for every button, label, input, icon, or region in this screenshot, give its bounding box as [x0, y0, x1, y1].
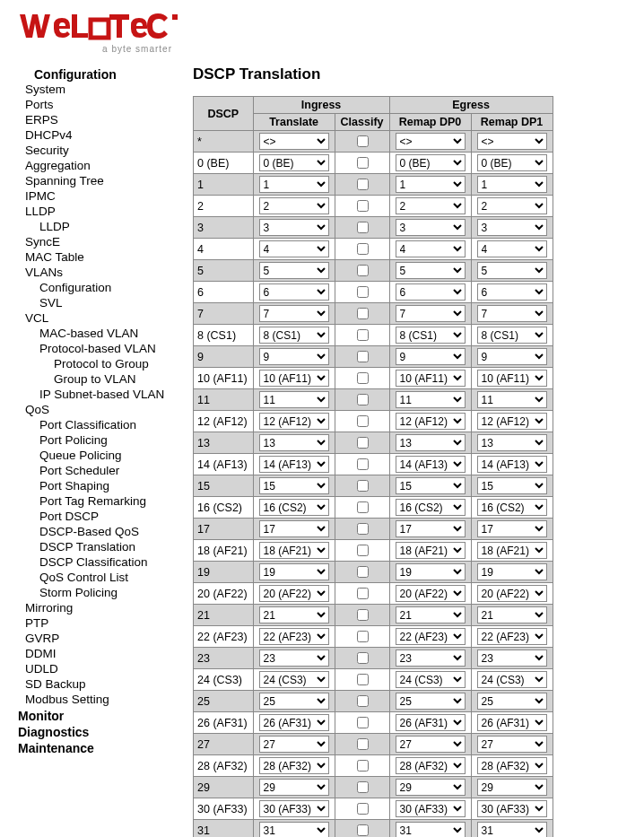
nav-qos-queue-policing[interactable]: Queue Policing [9, 448, 177, 463]
remap-dp0-select[interactable]: 7 [396, 305, 466, 322]
classify-checkbox[interactable] [357, 652, 369, 664]
nav-vcl[interactable]: VCL [9, 310, 177, 326]
nav-ddmi[interactable]: DDMI [9, 646, 177, 661]
nav-qos-port-scheduler[interactable]: Port Scheduler [9, 463, 177, 478]
translate-select[interactable]: 3 [259, 219, 329, 236]
remap-dp1-select[interactable]: 1 [477, 176, 547, 193]
nav-mirroring[interactable]: Mirroring [9, 600, 177, 615]
remap-dp1-select[interactable]: 19 [477, 563, 547, 580]
remap-dp1-select[interactable]: 22 (AF23) [477, 628, 547, 645]
classify-checkbox[interactable] [357, 415, 369, 427]
nav-qos-port-class[interactable]: Port Classification [9, 417, 177, 432]
nav-aggregation[interactable]: Aggregation [9, 158, 177, 173]
classify-checkbox[interactable] [357, 135, 369, 147]
translate-select[interactable]: 5 [259, 262, 329, 279]
translate-select[interactable]: 11 [259, 391, 329, 408]
translate-select[interactable]: 29 [259, 779, 329, 796]
remap-dp1-select[interactable]: <> [477, 133, 547, 150]
nav-vlans-svl[interactable]: SVL [9, 295, 177, 310]
nav-mac-table[interactable]: MAC Table [9, 249, 177, 265]
remap-dp0-select[interactable]: 24 (CS3) [396, 671, 466, 688]
nav-lldp-sub[interactable]: LLDP [9, 219, 177, 234]
nav-security[interactable]: Security [9, 143, 177, 158]
classify-checkbox[interactable] [357, 803, 369, 815]
classify-checkbox[interactable] [357, 200, 369, 212]
remap-dp0-select[interactable]: 10 (AF11) [396, 370, 466, 387]
remap-dp1-select[interactable]: 30 (AF33) [477, 800, 547, 817]
classify-checkbox[interactable] [357, 437, 369, 449]
remap-dp0-select[interactable]: 16 (CS2) [396, 499, 466, 516]
classify-checkbox[interactable] [357, 545, 369, 556]
remap-dp1-select[interactable]: 29 [477, 779, 547, 796]
remap-dp1-select[interactable]: 15 [477, 477, 547, 494]
nav-vcl-mac[interactable]: MAC-based VLAN [9, 326, 177, 341]
classify-checkbox[interactable] [357, 609, 369, 621]
nav-qos-port-policing[interactable]: Port Policing [9, 432, 177, 448]
remap-dp1-select[interactable]: 25 [477, 693, 547, 710]
remap-dp0-select[interactable]: 18 (AF21) [396, 542, 466, 559]
remap-dp1-select[interactable]: 10 (AF11) [477, 370, 547, 387]
nav-vcl-proto-gtv[interactable]: Group to VLAN [9, 371, 177, 387]
classify-checkbox[interactable] [357, 695, 369, 707]
nav-system[interactable]: System [9, 82, 177, 97]
nav-erps[interactable]: ERPS [9, 112, 177, 127]
translate-select[interactable]: 16 (CS2) [259, 499, 329, 516]
classify-checkbox[interactable] [357, 760, 369, 772]
nav-vcl-ipsub[interactable]: IP Subnet-based VLAN [9, 387, 177, 402]
remap-dp1-select[interactable]: 7 [477, 305, 547, 322]
remap-dp0-select[interactable]: 14 (AF13) [396, 456, 466, 473]
remap-dp1-select[interactable]: 13 [477, 434, 547, 451]
remap-dp0-select[interactable]: 19 [396, 563, 466, 580]
translate-select[interactable]: 13 [259, 434, 329, 451]
remap-dp1-select[interactable]: 2 [477, 197, 547, 214]
nav-qos-storm[interactable]: Storm Policing [9, 585, 177, 600]
translate-select[interactable]: 7 [259, 305, 329, 322]
remap-dp0-select[interactable]: 12 (AF12) [396, 413, 466, 430]
nav-qos-dscp-trans[interactable]: DSCP Translation [9, 539, 177, 554]
classify-checkbox[interactable] [357, 781, 369, 793]
translate-select[interactable]: 21 [259, 606, 329, 623]
remap-dp0-select[interactable]: 26 (AF31) [396, 714, 466, 731]
nav-qos[interactable]: QoS [9, 402, 177, 417]
remap-dp1-select[interactable]: 31 [477, 822, 547, 837]
remap-dp1-select[interactable]: 5 [477, 262, 547, 279]
remap-dp0-select[interactable]: 2 [396, 197, 466, 214]
translate-select[interactable]: 22 (AF23) [259, 628, 329, 645]
remap-dp0-select[interactable]: 31 [396, 822, 466, 837]
translate-select[interactable]: 6 [259, 283, 329, 301]
translate-select[interactable]: 9 [259, 348, 329, 365]
remap-dp1-select[interactable]: 11 [477, 391, 547, 408]
translate-select[interactable]: 19 [259, 563, 329, 580]
nav-synce[interactable]: SyncE [9, 234, 177, 249]
nav-sdbackup[interactable]: SD Backup [9, 676, 177, 692]
classify-checkbox[interactable] [357, 286, 369, 298]
classify-checkbox[interactable] [357, 179, 369, 190]
remap-dp0-select[interactable]: 9 [396, 348, 466, 365]
remap-dp0-select[interactable]: 0 (BE) [396, 154, 466, 171]
remap-dp1-select[interactable]: 4 [477, 240, 547, 257]
classify-checkbox[interactable] [357, 458, 369, 470]
remap-dp0-select[interactable]: 5 [396, 262, 466, 279]
classify-checkbox[interactable] [357, 824, 369, 836]
remap-dp0-select[interactable]: 22 (AF23) [396, 628, 466, 645]
translate-select[interactable]: 4 [259, 240, 329, 257]
remap-dp1-select[interactable]: 14 (AF13) [477, 456, 547, 473]
translate-select[interactable]: 26 (AF31) [259, 714, 329, 731]
remap-dp0-select[interactable]: 28 (AF32) [396, 757, 466, 774]
nav-configuration[interactable]: Configuration [34, 67, 177, 82]
nav-diagnostics[interactable]: Diagnostics [18, 725, 177, 739]
nav-qos-port-tag-remark[interactable]: Port Tag Remarking [9, 493, 177, 509]
nav-dhcpv4[interactable]: DHCPv4 [9, 127, 177, 143]
nav-qos-port-dscp[interactable]: Port DSCP [9, 509, 177, 524]
nav-monitor[interactable]: Monitor [18, 709, 177, 723]
nav-ipmc[interactable]: IPMC [9, 188, 177, 204]
translate-select[interactable]: 8 (CS1) [259, 327, 329, 344]
translate-select[interactable]: 0 (BE) [259, 154, 329, 171]
classify-checkbox[interactable] [357, 394, 369, 405]
remap-dp0-select[interactable]: 21 [396, 606, 466, 623]
remap-dp0-select[interactable]: 11 [396, 391, 466, 408]
remap-dp0-select[interactable]: 20 (AF22) [396, 585, 466, 602]
nav-ports[interactable]: Ports [9, 97, 177, 112]
remap-dp1-select[interactable]: 8 (CS1) [477, 327, 547, 344]
remap-dp0-select[interactable]: 17 [396, 520, 466, 537]
